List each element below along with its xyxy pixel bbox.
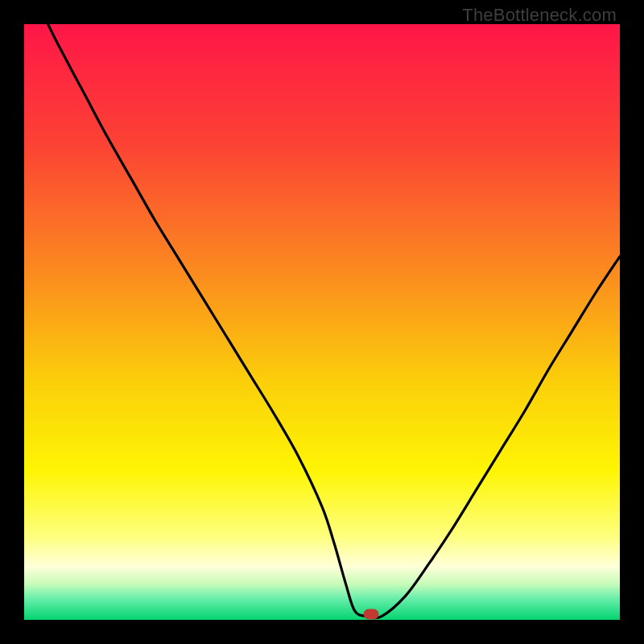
curve-layer [24, 24, 620, 620]
plot-area [24, 24, 620, 620]
bottleneck-curve [48, 24, 620, 618]
watermark-text: TheBottleneck.com [462, 5, 617, 26]
chart-frame: TheBottleneck.com [0, 0, 644, 644]
optimum-marker [363, 609, 378, 620]
